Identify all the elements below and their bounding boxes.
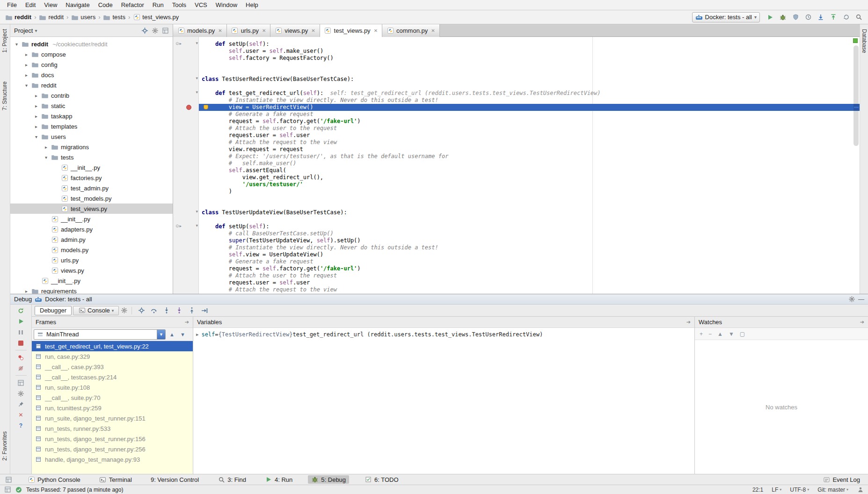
tree-collapsed-icon[interactable]: ▸ [44, 145, 49, 150]
gutter-row[interactable]: ▾ [173, 209, 198, 216]
stack-frame[interactable]: run_suite, django_test_runner.py:151 [32, 413, 193, 423]
gutter-row[interactable] [173, 97, 198, 104]
tree-collapsed-icon[interactable]: ▸ [24, 62, 29, 67]
tool-window-button-python-console[interactable]: Python Console [24, 475, 84, 484]
stack-frame[interactable]: run, case.py:329 [32, 351, 193, 362]
fold-arrow-icon[interactable]: ▾ [196, 223, 198, 228]
editor-code-area[interactable]: def setUp(self): self.user = self.make_u… [199, 37, 860, 294]
project-tree-item-templates[interactable]: ▸templates [10, 121, 173, 131]
project-tree-item-__init__.py[interactable]: __init__.py [10, 162, 173, 173]
gutter-row[interactable] [173, 279, 198, 286]
project-tree-item-tests[interactable]: ▾tests [10, 152, 173, 162]
gutter-row[interactable] [173, 69, 198, 76]
debug-tab-console[interactable]: Console▾ [73, 306, 119, 315]
tree-collapsed-icon[interactable]: ▸ [24, 52, 29, 57]
gutter-row[interactable] [173, 48, 198, 55]
duplicate-watch-button[interactable]: ▢ [740, 331, 745, 337]
debug-button[interactable] [777, 12, 788, 22]
code-line[interactable]: request.user = self.user [199, 132, 860, 139]
breadcrumb-item-test_views.py[interactable]: test_views.py [131, 14, 180, 21]
step-out-button[interactable] [186, 305, 197, 316]
inspections-profile-icon[interactable] [857, 486, 864, 494]
hide-panel-icon[interactable]: ➔ [185, 319, 189, 325]
code-line[interactable]: def test_get_redirect_url(self): self: t… [199, 90, 860, 97]
menu-view[interactable]: View [40, 0, 61, 10]
locate-icon[interactable] [141, 27, 148, 34]
editor-gutter[interactable]: ⊙▸▾▾▾▾⊙▸▾ [173, 37, 199, 294]
editor-tab-models.py[interactable]: models.py✕ [173, 24, 227, 37]
menu-tools[interactable]: Tools [168, 0, 190, 10]
tree-collapsed-icon[interactable]: ▸ [34, 114, 39, 119]
breadcrumb-item-users[interactable]: users [70, 14, 97, 21]
debug-tab-debugger[interactable]: Debugger [35, 306, 72, 315]
gutter-row[interactable] [173, 125, 198, 132]
close-icon[interactable]: ✕ [218, 28, 222, 33]
gutter-row[interactable] [173, 181, 198, 188]
code-line[interactable]: request = self.factory.get('/fake-url') [199, 118, 860, 125]
project-tree-item-contrib[interactable]: ▸contrib [10, 90, 173, 101]
settings-icon[interactable] [17, 390, 25, 397]
code-line[interactable]: # Generate a fake request [199, 111, 860, 118]
method-marker-icon[interactable]: ⊙▸ [175, 41, 182, 46]
inspection-status-icon[interactable] [853, 38, 858, 43]
code-line[interactable]: # Generate a fake request [199, 258, 860, 265]
help-icon[interactable]: ? [17, 422, 25, 429]
tool-window-button-find[interactable]: 3: Find [214, 475, 249, 484]
fold-arrow-icon[interactable]: ▾ [196, 41, 198, 45]
console-settings-icon[interactable] [120, 307, 128, 314]
project-panel-title[interactable]: Project [14, 27, 33, 34]
stack-frame[interactable]: run, suite.py:108 [32, 382, 193, 392]
profiler-button[interactable] [802, 12, 814, 22]
close-icon[interactable]: ✕ [431, 28, 435, 33]
project-tree-item-models.py[interactable]: models.py [10, 245, 173, 255]
code-line[interactable] [199, 202, 860, 209]
gutter-row[interactable]: ⊙▸▾ [173, 223, 198, 230]
gutter-row[interactable] [173, 286, 198, 293]
coverage-button[interactable] [790, 12, 801, 22]
tool-stripe-favorites[interactable]: 2: Favorites [1, 431, 8, 461]
execution-line[interactable]: view = UserRedirectView() [199, 104, 860, 111]
gutter-row[interactable] [173, 293, 198, 294]
breakpoint-icon[interactable] [186, 105, 191, 110]
git-branch[interactable]: Git: master▾ [817, 487, 848, 493]
code-line[interactable]: self.view = UserUpdateView() [199, 251, 860, 258]
gutter-row[interactable] [173, 230, 198, 237]
gutter-row[interactable] [173, 62, 198, 69]
gutter-row[interactable] [173, 55, 198, 62]
gutter-row[interactable] [173, 258, 198, 265]
run-configuration-select[interactable]: Docker: tests - all ▾ [692, 12, 760, 22]
code-line[interactable]: def setUp(self): [199, 41, 860, 48]
code-line[interactable] [199, 83, 860, 90]
code-line[interactable]: ) [199, 188, 860, 195]
code-line[interactable]: # Expect: '/users/testuser/', as that is… [199, 153, 860, 160]
hide-panel-icon[interactable]: ➔ [860, 319, 864, 325]
gutter-row[interactable] [173, 244, 198, 251]
add-watch-button[interactable]: + [700, 331, 703, 337]
project-tree-item-urls.py[interactable]: urls.py [10, 255, 173, 265]
fold-arrow-icon[interactable]: ▾ [196, 76, 198, 80]
menu-edit[interactable]: Edit [21, 0, 40, 10]
code-line[interactable]: self.factory = RequestFactory() [199, 55, 860, 62]
gear-icon[interactable] [848, 296, 855, 303]
pin-tab-icon[interactable] [17, 400, 25, 408]
tree-expanded-icon[interactable]: ▾ [24, 83, 29, 88]
rerun-icon[interactable] [17, 307, 25, 314]
code-line[interactable]: # Instantiate the view directly. Never d… [199, 97, 860, 104]
project-tree-item-taskapp[interactable]: ▸taskapp [10, 111, 173, 121]
tool-window-button-debug[interactable]: 5: Debug [308, 475, 349, 484]
project-tree-item-test_models.py[interactable]: test_models.py [10, 193, 173, 203]
code-line[interactable]: # self.make_user() [199, 160, 860, 167]
caret-position[interactable]: 22:1 [752, 487, 763, 493]
code-line[interactable]: self.view.request = request [199, 293, 860, 294]
intention-bulb-icon[interactable] [204, 105, 208, 109]
stack-frame[interactable]: handle, django_test_manage.py:93 [32, 454, 193, 465]
editor-tab-urls.py[interactable]: urls.py✕ [227, 24, 271, 37]
project-tree-item-__init__.py[interactable]: __init__.py [10, 276, 173, 286]
project-tree-item-docs[interactable]: ▸docs [10, 70, 173, 80]
gutter-row[interactable] [173, 146, 198, 153]
menu-vcs[interactable]: VCS [190, 0, 212, 10]
code-line[interactable]: super(TestUserUpdateView, self).setUp() [199, 237, 860, 244]
stack-frame[interactable]: test_get_redirect_url, test_views.py:22 [32, 341, 193, 351]
gutter-row[interactable] [173, 237, 198, 244]
resume-program-icon[interactable] [17, 318, 25, 325]
